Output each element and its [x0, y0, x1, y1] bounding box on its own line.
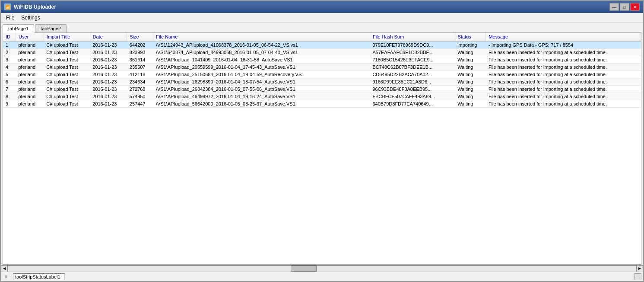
cell-date: 2016-01-23	[90, 64, 127, 71]
cell-size: 574950	[127, 93, 153, 100]
window-title: WiFiDB Uploader	[14, 4, 56, 10]
cell-size: 361614	[127, 56, 153, 64]
resize-grip-icon[interactable]	[634, 273, 641, 280]
cell-import_title: C# upload Test	[44, 41, 90, 49]
cell-user: pferland	[16, 71, 44, 78]
data-table: ID User Import Title Date Size File Name…	[3, 33, 641, 108]
cell-message: - Importing GPS Data - GPS: 717 / 8554	[486, 41, 641, 49]
scroll-left-btn[interactable]: ◀	[1, 265, 8, 272]
cell-message: File has been inserted for importing at …	[486, 71, 641, 78]
cell-file_name: \VS1\APIupload_26298390_2016-01-04_18-07…	[153, 78, 370, 86]
scroll-thumb[interactable]	[291, 266, 317, 272]
cell-date: 2016-01-23	[90, 86, 127, 93]
cell-hash: CD6495D22B2ACA70A02...	[370, 71, 455, 78]
cell-size: 257447	[127, 100, 153, 108]
cell-date: 2016-01-23	[90, 56, 127, 64]
col-date: Date	[90, 33, 127, 41]
cell-hash: 96C93BDE40F0A0EEB95...	[370, 86, 455, 93]
tab-page1[interactable]: tabPage1	[3, 24, 34, 33]
col-status: Status	[455, 33, 486, 41]
cell-file_name: \VS1\APIupload_20559599_2016-01-04_17-45…	[153, 64, 370, 71]
cell-id: 8	[3, 93, 16, 100]
cell-size: 272768	[127, 86, 153, 93]
cell-user: pferland	[16, 100, 44, 108]
status-grip-icon: ⠿	[3, 273, 10, 280]
cell-message: File has been inserted for importing at …	[486, 86, 641, 93]
cell-status: Waiting	[455, 64, 486, 71]
cell-message: File has been inserted for importing at …	[486, 49, 641, 56]
menu-settings[interactable]: Settings	[18, 14, 43, 22]
cell-message: File has been inserted for importing at …	[486, 64, 641, 71]
table-container[interactable]: ID User Import Title Date Size File Name…	[3, 33, 641, 264]
cell-id: 4	[3, 64, 16, 71]
cell-status: Waiting	[455, 56, 486, 64]
app-icon: 📶	[4, 3, 11, 10]
menu-file[interactable]: File	[3, 14, 18, 22]
table-row[interactable]: 9pferlandC# upload Test2016-01-23257447\…	[3, 100, 641, 108]
cell-date: 2016-01-23	[90, 41, 127, 49]
cell-id: 7	[3, 86, 16, 93]
cell-user: pferland	[16, 64, 44, 71]
cell-import_title: C# upload Test	[44, 49, 90, 56]
main-window: 📶 WiFiDB Uploader — □ ✕ File Settings ta…	[0, 0, 644, 282]
cell-id: 2	[3, 49, 16, 56]
horizontal-scrollbar[interactable]: ◀ ▶	[1, 265, 643, 272]
cell-status: importing	[455, 41, 486, 49]
cell-file_name: \VS1\APIupload_56642000_2016-01-05_08-25…	[153, 100, 370, 108]
cell-size: 412118	[127, 71, 153, 78]
cell-hash: A57EAFAAFC6E1D82BBF...	[370, 49, 455, 56]
cell-file_name: \VS1\124943_APIupload_41068378_2016-01-0…	[153, 41, 370, 49]
status-bar: ⠿ toolStripStatusLabel1	[1, 272, 643, 281]
cell-id: 1	[3, 41, 16, 49]
table-row[interactable]: 1pferlandC# upload Test2016-01-23644202\…	[3, 41, 641, 49]
cell-status: Waiting	[455, 93, 486, 100]
cell-hash: BC748C62B07BF3DEE1B...	[370, 64, 455, 71]
tab-page2[interactable]: tabPage2	[35, 24, 67, 32]
cell-import_title: C# upload Test	[44, 100, 90, 108]
minimize-button[interactable]: —	[609, 3, 619, 11]
cell-message: File has been inserted for importing at …	[486, 93, 641, 100]
table-row[interactable]: 6pferlandC# upload Test2016-01-23234634\…	[3, 78, 641, 86]
tab-bar: tabPage1 tabPage2	[1, 22, 643, 32]
cell-date: 2016-01-23	[90, 100, 127, 108]
title-bar-left: 📶 WiFiDB Uploader	[4, 3, 56, 10]
cell-size: 644202	[127, 41, 153, 49]
cell-user: pferland	[16, 93, 44, 100]
cell-hash: 7180B5C15426E3EFACE9...	[370, 56, 455, 64]
table-header-row: ID User Import Title Date Size File Name…	[3, 33, 641, 41]
title-bar: 📶 WiFiDB Uploader — □ ✕	[1, 1, 643, 13]
scroll-track[interactable]	[8, 265, 636, 272]
cell-file_name: \VS1\APIupload_46498972_2016-01-04_19-16…	[153, 93, 370, 100]
cell-hash: FBCBFCF507CAFF493A89...	[370, 93, 455, 100]
col-filename: File Name	[153, 33, 370, 41]
cell-hash: 079E10FE7978969D9DC9...	[370, 41, 455, 49]
cell-id: 5	[3, 71, 16, 78]
maximize-button[interactable]: □	[620, 3, 629, 11]
table-row[interactable]: 2pferlandC# upload Test2016-01-23823993\…	[3, 49, 641, 56]
cell-import_title: C# upload Test	[44, 93, 90, 100]
table-row[interactable]: 5pferlandC# upload Test2016-01-23412118\…	[3, 71, 641, 78]
table-row[interactable]: 7pferlandC# upload Test2016-01-23272768\…	[3, 86, 641, 93]
cell-date: 2016-01-23	[90, 71, 127, 78]
table-row[interactable]: 4pferlandC# upload Test2016-01-23235507\…	[3, 64, 641, 71]
cell-message: File has been inserted for importing at …	[486, 100, 641, 108]
col-id: ID	[3, 33, 16, 41]
table-row[interactable]: 8pferlandC# upload Test2016-01-23574950\…	[3, 93, 641, 100]
cell-size: 235507	[127, 64, 153, 71]
cell-user: pferland	[16, 49, 44, 56]
title-buttons: — □ ✕	[609, 3, 640, 11]
cell-import_title: C# upload Test	[44, 64, 90, 71]
close-button[interactable]: ✕	[630, 3, 640, 11]
cell-status: Waiting	[455, 49, 486, 56]
cell-user: pferland	[16, 78, 44, 86]
cell-user: pferland	[16, 56, 44, 64]
cell-message: File has been inserted for importing at …	[486, 78, 641, 86]
scroll-right-btn[interactable]: ▶	[636, 265, 643, 272]
table-row[interactable]: 3pferlandC# upload Test2016-01-23361614\…	[3, 56, 641, 64]
cell-file_name: \VS1\643874_APIupload_84993068_2016-01-0…	[153, 49, 370, 56]
col-hash: File Hash Sum	[370, 33, 455, 41]
content-area: ID User Import Title Date Size File Name…	[3, 32, 641, 265]
cell-import_title: C# upload Test	[44, 56, 90, 64]
cell-status: Waiting	[455, 71, 486, 78]
cell-status: Waiting	[455, 78, 486, 86]
